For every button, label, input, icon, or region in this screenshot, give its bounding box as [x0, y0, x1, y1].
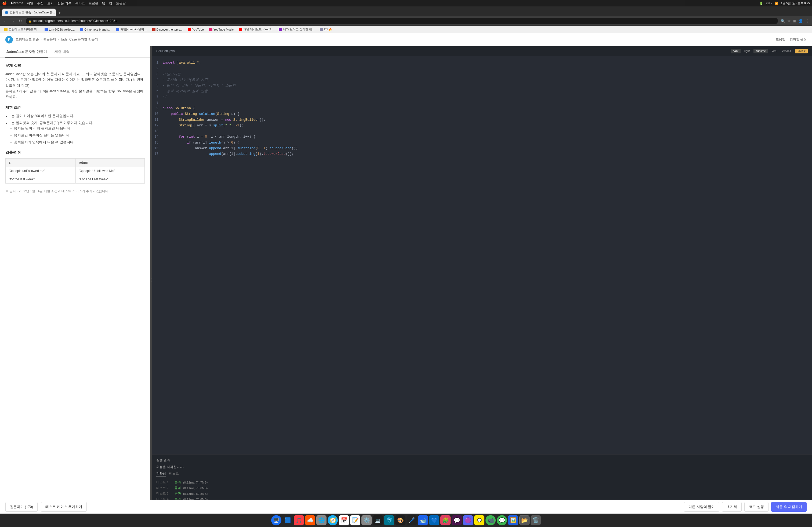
breadcrumb-current: JadenCase 문자열 만들기 [60, 37, 98, 42]
bookmark-favicon [116, 28, 119, 31]
io-title: 입출력 예 [5, 150, 145, 155]
url-text: school.programmers.co.kr/learn/courses/3… [33, 19, 117, 23]
bookmark-label: YouTube Music [214, 28, 234, 31]
constraint-item: s는 알파벳과 숫자, 공백문자(" ")로 이루어져 있습니다. 숫자는 단어… [10, 120, 145, 145]
constraint-sub-item: 숫자는 단어의 첫 문자로만 나옵니다. [14, 125, 145, 131]
bookmark-label: 채널 대시보드 - YouT... [243, 27, 273, 31]
code-line: 8 [152, 100, 406, 106]
forward-button[interactable]: → [10, 19, 16, 23]
constraint-title: 제한 조건 [5, 105, 145, 110]
io-row: "for the last week" "For The Last Week" [6, 175, 145, 183]
bookmark-ytmusic[interactable]: YouTube Music [207, 27, 236, 32]
bookmark-label: 내가 보려고 정리한 정... [283, 27, 315, 31]
bookmark-commit[interactable]: 커밋(commit) 날짜... [114, 27, 149, 32]
menu-chrome[interactable]: Chrome [11, 1, 23, 6]
site-logo: P [5, 36, 13, 44]
browser-tab-active[interactable]: 🔵 코딩테스트 연습 - JadenCase 문... ✕ [2, 9, 56, 16]
constraint-section: 제한 조건 s는 길이 1 이상 200 이하인 문자열입니다. s는 알파벳과… [5, 105, 145, 145]
constraint-item: s는 길이 1 이상 200 이하인 문자열입니다. [10, 113, 145, 119]
io-header-s: s [6, 159, 76, 167]
bookmark-discover[interactable]: Discover the top s... [150, 27, 185, 32]
sub-constraint-list: 숫자는 단어의 첫 문자로만 나옵니다. 숫자로만 이루어진 단어는 없습니다.… [10, 125, 145, 145]
bookmark-git[interactable]: Git remote branch... [78, 27, 113, 32]
lock-icon: 🔒 [28, 19, 32, 22]
bookmark-label: Discover the top s... [157, 28, 183, 31]
tab-label: 코딩테스트 연습 - JadenCase 문... [10, 11, 55, 15]
menu-tab[interactable]: 탭 [102, 1, 105, 6]
code-line: 13 [152, 129, 406, 134]
io-cell: "3people Unfollowed Me" [75, 167, 144, 175]
io-cell: "3people unFollowed me" [6, 167, 76, 175]
new-tab-button[interactable]: + [56, 10, 63, 16]
left-panel: JadenCase 문자열 만들기 제출 내역 문제 설명 JadenCase란… [0, 46, 150, 264]
url-bar[interactable]: 🔒 school.programmers.co.kr/learn/courses… [26, 18, 406, 24]
menubar-items: Chrome 파일 수정 보기 방문 기록 북마크 프로필 탭 창 도움말 [11, 1, 126, 6]
bookmark-notes[interactable]: 내가 보려고 정리한 정... [277, 27, 317, 32]
breadcrumb-sep: › [58, 38, 59, 42]
constraint-list: s는 길이 1 이상 200 이하인 문자열입니다. s는 알파벳과 숫자, 공… [5, 113, 145, 145]
code-line: 9 class Solution { [152, 106, 406, 111]
breadcrumb-sep: › [41, 38, 42, 42]
io-cell: "For The Last Week" [75, 175, 144, 183]
io-section: 입출력 예 s return "3people unFollowed me" "… [5, 150, 145, 183]
problem-content: 문제 설명 JadenCase란 모든 단어의 첫 문자가 대문자이고, 그 외… [0, 58, 150, 264]
io-cell: "for the last week" [6, 175, 76, 183]
code-line: 3 /*알고리즘 [152, 72, 406, 77]
menu-profile[interactable]: 프로필 [89, 1, 98, 6]
breadcrumb-problems[interactable]: 연습문제 [43, 37, 56, 42]
address-bar: ← → ↻ 🔒 school.programmers.co.kr/learn/c… [0, 16, 406, 26]
bookmark-favicon [209, 28, 213, 31]
page-layout: JadenCase 문자열 만들기 제출 내역 문제 설명 JadenCase란… [0, 46, 406, 264]
code-line: 1 import java.util.*; [152, 60, 406, 66]
bookmark-coding-test[interactable]: 코딩테스트 대비를 위... [2, 27, 41, 32]
code-filename: Solution.java [156, 49, 175, 53]
menu-view[interactable]: 보기 [47, 1, 54, 6]
browser-chrome: 🔵 코딩테스트 연습 - JadenCase 문... ✕ + ← → ↻ 🔒 … [0, 6, 406, 33]
code-line: 14 for (int i = 0; i < arr.length; i++) … [152, 134, 406, 140]
bookmark-youtube[interactable]: YouTube [186, 27, 206, 32]
reload-button[interactable]: ↻ [18, 19, 23, 23]
constraint-sub-item: 숫자로만 이루어진 단어는 없습니다. [14, 133, 145, 138]
code-line: 12 String[] arr = s.split(" ", -1); [152, 123, 406, 129]
code-line: 15 if (arr[i].length() > 0) { [152, 140, 406, 146]
bookmark-favicon [45, 28, 48, 31]
problem-description: JadenCase란 모든 단어의 첫 문자가 대문자이고, 그 외의 알파벳은… [5, 71, 145, 100]
tab-submissions[interactable]: 제출 내역 [54, 46, 71, 57]
code-line: 16 answer.append(arr[i].substring(0, 1).… [152, 146, 406, 151]
menu-history[interactable]: 방문 기록 [57, 1, 71, 6]
tab-bar: 🔵 코딩테스트 연습 - JadenCase 문... ✕ + [0, 6, 406, 16]
bookmark-label: YouTube [192, 28, 204, 31]
site-header: P 코딩테스트 연습 › 연습문제 › JadenCase 문자열 만들기 도움… [0, 33, 406, 46]
menu-file[interactable]: 파일 [27, 1, 33, 6]
menu-edit[interactable]: 수정 [37, 1, 44, 6]
code-editor[interactable]: 1 import java.util.*; 2 3 /*알고리즘 4 - 문자열… [152, 56, 406, 264]
breadcrumb-home[interactable]: 코딩테스트 연습 [16, 37, 39, 42]
bookmark-favicon [279, 28, 282, 31]
back-button[interactable]: ← [3, 19, 8, 23]
io-row: "3people unFollowed me" "3people Unfollo… [6, 167, 145, 175]
bookmark-ds[interactable]: DS🔥 [318, 27, 334, 32]
bookmark-label: 커밋(commit) 날짜... [120, 27, 147, 31]
menu-bookmark[interactable]: 북마크 [75, 1, 85, 6]
bookmark-baekjoon[interactable]: tony9402/baekjoo... [42, 27, 77, 32]
bookmark-channel[interactable]: 채널 대시보드 - YouT... [237, 27, 276, 32]
menu-help[interactable]: 도움말 [116, 1, 126, 6]
bookmark-favicon [239, 28, 242, 31]
menubar: 🍎 Chrome 파일 수정 보기 방문 기록 북마크 프로필 탭 창 도움말 … [0, 0, 406, 6]
tab-problem[interactable]: JadenCase 문자열 만들기 [5, 46, 48, 58]
right-panel: Solution.java dark light sublime vim ema… [152, 46, 406, 264]
menu-window[interactable]: 창 [109, 1, 112, 6]
bookmark-label: Git remote branch... [84, 28, 110, 31]
code-line: 11 StringBuilder answer = new StringBuil… [152, 117, 406, 123]
nav-buttons: ← → ↻ [3, 19, 23, 23]
io-table: s return "3people unFollowed me" "3peopl… [5, 158, 145, 183]
bookmarks-bar: 코딩테스트 대비를 위... tony9402/baekjoo... Git r… [0, 26, 406, 33]
bookmark-label: DS🔥 [324, 28, 332, 31]
code-header: Solution.java dark light sublime vim ema… [152, 46, 406, 56]
tab-favicon: 🔵 [5, 11, 8, 14]
apple-menu[interactable]: 🍎 [2, 1, 7, 5]
code-line: 5 - 단어 첫 글자 : 대문자, 나머지 : 소문자 [152, 83, 406, 89]
code-line: 4 - 문자열 나누기(공백 기준) [152, 77, 406, 83]
bookmark-favicon [188, 28, 191, 31]
bookmark-favicon [152, 28, 156, 31]
